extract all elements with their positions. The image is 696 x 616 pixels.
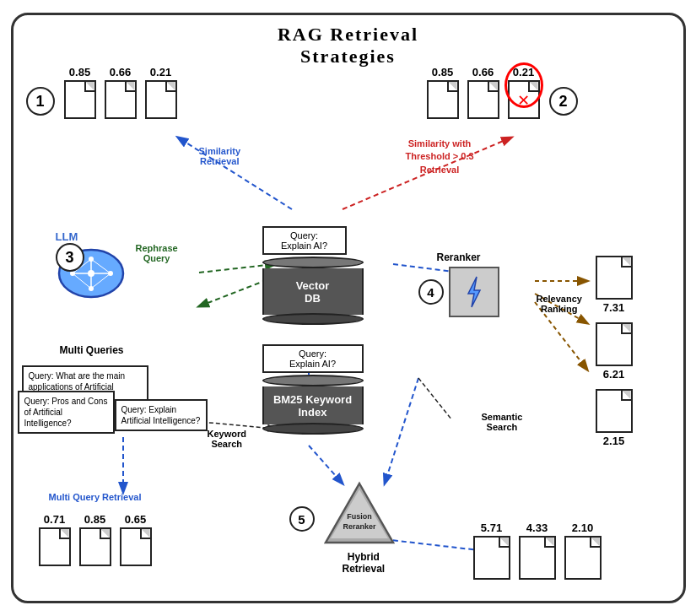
query-box-3: Query: Explain Artificial Intelligence?	[115, 399, 208, 431]
circle-3: 3	[56, 243, 84, 272]
doc1-1: 0.85	[64, 66, 96, 119]
svg-text:Fusion: Fusion	[347, 512, 372, 521]
svg-text:Reranker: Reranker	[343, 522, 376, 531]
hybrid-retrieval-label: HybridRetrieval	[343, 551, 386, 575]
rephrase-query-label: RephraseQuery	[136, 243, 178, 263]
threshold-label: Similarity withThreshold > 0.3Retrieval	[406, 138, 474, 176]
doc4-3: 2.15	[596, 389, 633, 449]
doc2-3-blocked: 0.21 ✕	[508, 66, 540, 119]
bm25-label: BM25 KeywordIndex	[262, 386, 364, 424]
circle-2: 2	[549, 87, 578, 116]
doc3-1: 0.71	[39, 513, 71, 566]
circle-5: 5	[289, 506, 315, 532]
keyword-search-label: KeywordSearch	[208, 429, 246, 449]
multi-queries-label: Multi Queries	[60, 344, 124, 356]
similarity-retrieval-label: SimilarityRetrieval	[199, 146, 241, 166]
fusion-triangle-icon: Fusion Reranker	[321, 479, 397, 547]
vectordb-query-box: Query:Explain AI?	[262, 226, 347, 255]
query-box-2: Query: Pros and Cons of Artificial Intel…	[18, 391, 115, 434]
section3-docs: 0.71 0.85 0.65	[39, 513, 152, 566]
svg-marker-27	[468, 277, 480, 307]
doc5-1: 5.71	[473, 521, 510, 580]
doc3-2: 0.85	[79, 513, 111, 566]
section1-docs: 1 0.85 0.66 0.21	[64, 66, 177, 119]
svg-line-10	[309, 446, 343, 484]
semantic-search-label: SemanticSearch	[482, 412, 523, 432]
multi-query-retrieval-label: Multi Query Retrieval	[49, 492, 142, 502]
section5-docs: 5.71 4.33 2.10	[473, 521, 602, 580]
section2-docs: 0.85 0.66 0.21 ✕ 2	[427, 66, 540, 119]
reranker-box	[449, 267, 499, 317]
doc3-3: 0.65	[120, 513, 152, 566]
fusion-section: Fusion Reranker 5	[321, 479, 397, 551]
svg-line-14	[418, 378, 452, 420]
svg-point-22	[88, 270, 94, 277]
relevancy-ranking-label: RelevancyRanking	[537, 294, 582, 314]
doc2-1: 0.85	[427, 66, 459, 119]
llm-label: LLM	[56, 230, 127, 243]
circle-1: 1	[26, 87, 55, 116]
vectordb-label: VectorDB	[262, 268, 364, 315]
title-line2: Strategies	[300, 46, 396, 67]
page-title: RAG Retrieval Strategies	[13, 15, 683, 72]
bm25-query-box: Query:Explain AI?	[262, 344, 364, 373]
reranker-section: Reranker 4	[418, 251, 499, 317]
doc5-3: 2.10	[564, 521, 602, 580]
section4-docs: 7.31 6.21 2.15	[596, 256, 633, 449]
doc2-2: 0.66	[467, 66, 499, 119]
doc4-1: 7.31	[596, 256, 633, 316]
vectordb-container: Query:Explain AI? VectorDB	[262, 226, 364, 325]
reranker-label: Reranker	[418, 251, 499, 263]
doc4-2: 6.21	[596, 322, 633, 382]
title-line1: RAG Retrieval	[278, 24, 418, 45]
doc1-3: 0.21	[145, 66, 177, 119]
doc5-2: 4.33	[519, 521, 556, 580]
main-container: RAG Retrieval Strategies	[11, 13, 686, 603]
svg-line-11	[385, 378, 418, 484]
bm25-container: Query:Explain AI? BM25 KeywordIndex	[262, 344, 364, 435]
circle-4: 4	[418, 279, 444, 305]
doc1-2: 0.66	[105, 66, 137, 119]
lightning-icon	[461, 275, 487, 309]
